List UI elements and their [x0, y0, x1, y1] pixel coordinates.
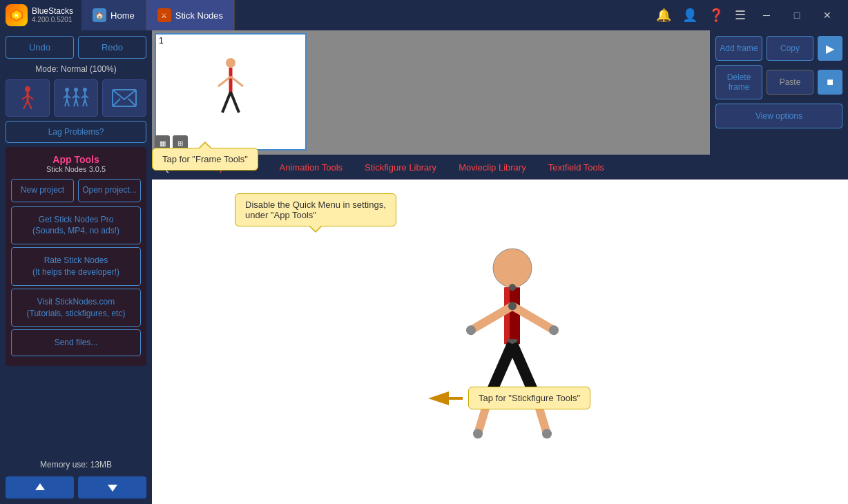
textfield-tools-tab[interactable]: Textfield Tools — [543, 159, 610, 175]
titlebar-icons: 🔔 👤 ❓ ☰ — [656, 8, 746, 23]
sticknodes-tab[interactable]: ⚔ Stick Nodes — [146, 0, 235, 30]
sidebar: Undo Redo Mode: Normal (100%) — [0, 30, 152, 504]
main-stickfigure[interactable] — [450, 247, 575, 457]
add-copy-row: Add frame Copy ▶ — [715, 36, 842, 61]
copy-button[interactable]: Copy — [767, 36, 813, 61]
scroll-up-button[interactable] — [6, 476, 74, 498]
new-project-button[interactable]: New project — [11, 179, 74, 202]
bell-icon[interactable]: 🔔 — [656, 8, 671, 23]
quick-menu-tooltip: Disable the Quick Menu in settings, unde… — [235, 193, 396, 226]
single-figure-icon — [18, 86, 37, 110]
svg-text:B: B — [15, 12, 19, 19]
delete-paste-row: Delete frame Paste ■ — [715, 65, 842, 99]
send-files-button[interactable]: Send files... — [11, 329, 141, 356]
app-tools-title: App Tools — [11, 154, 141, 165]
multi-figure-icon — [61, 86, 90, 110]
undo-redo-row: Undo Redo — [6, 36, 146, 59]
svg-line-29 — [128, 99, 136, 106]
up-arrow-icon — [35, 482, 46, 493]
frame-tools-tooltip: Tap for "Frame Tools" — [193, 134, 300, 157]
get-pro-button[interactable]: Get Stick Nodes Pro (Sounds, MP4, no ads… — [11, 206, 141, 245]
stickfigure-tools-tooltip: Tap for "Stickfigure Tools" — [468, 387, 590, 409]
svg-line-28 — [113, 99, 120, 106]
svg-line-37 — [231, 92, 239, 113]
frame-controls: Add frame Copy ▶ Delete frame Paste ■ Vi… — [710, 30, 848, 155]
lag-problems-button[interactable]: Lag Problems? — [6, 121, 146, 143]
svg-point-15 — [74, 88, 78, 92]
svg-point-56 — [508, 302, 517, 310]
envelope-button[interactable] — [102, 79, 146, 117]
svg-point-32 — [226, 58, 235, 68]
svg-line-36 — [222, 92, 231, 113]
home-tab[interactable]: 🏠 Home — [81, 0, 146, 30]
app-name-text: BlueStacks 4.200.0.5201 — [32, 6, 73, 24]
app-tools-version: Stick Nodes 3.0.5 — [11, 165, 141, 173]
svg-marker-31 — [108, 485, 117, 492]
svg-line-14 — [67, 99, 69, 106]
svg-marker-58 — [428, 391, 463, 405]
thumbnail-stickfigure — [210, 57, 251, 126]
stickfigure-tools-tooltip-container: Tap for "Stickfigure Tools" — [428, 387, 590, 409]
help-icon[interactable]: ❓ — [709, 8, 724, 23]
canvas-area[interactable]: Disable the Quick Menu in settings, unde… — [152, 180, 848, 504]
delete-frame-button[interactable]: Delete frame — [715, 65, 762, 99]
single-figure-button[interactable] — [6, 79, 50, 117]
movieclip-library-tab[interactable]: Movieclip Library — [453, 159, 532, 175]
tool-icon-row — [6, 79, 146, 117]
add-frame-button[interactable]: Add frame — [715, 36, 762, 61]
svg-point-57 — [509, 284, 516, 291]
main-layout: Undo Redo Mode: Normal (100%) — [0, 30, 848, 504]
svg-point-40 — [493, 249, 532, 287]
frame-number: 1 — [159, 36, 164, 46]
svg-line-8 — [28, 101, 32, 109]
play-button[interactable]: ▶ — [818, 36, 842, 61]
rate-button[interactable]: Rate Stick Nodes (It helps the developer… — [11, 247, 141, 286]
open-project-button[interactable]: Open project... — [78, 179, 141, 202]
stickfigure-library-tab[interactable]: Stickfigure Library — [359, 159, 442, 175]
sticknodes-icon: ⚔ — [157, 8, 171, 22]
svg-point-3 — [25, 86, 30, 92]
frame-thumbnail[interactable]: 1 — [155, 33, 307, 151]
bluestacks-logo-icon: B — [6, 4, 28, 26]
svg-point-45 — [466, 325, 476, 335]
maximize-button[interactable]: □ — [782, 0, 812, 30]
redo-button[interactable]: Redo — [78, 36, 146, 59]
minimize-button[interactable]: ─ — [751, 0, 782, 30]
close-button[interactable]: ✕ — [812, 0, 842, 30]
down-arrow-icon — [107, 482, 118, 493]
window-controls: ─ □ ✕ — [751, 0, 842, 30]
app-logo: B BlueStacks 4.200.0.5201 — [6, 4, 73, 26]
stickfigure-arrow-icon — [428, 391, 463, 405]
multi-figure-button[interactable] — [54, 79, 98, 117]
paste-button[interactable]: Paste — [767, 70, 813, 95]
undo-button[interactable]: Undo — [6, 36, 74, 59]
titlebar: B BlueStacks 4.200.0.5201 🏠 Home ⚔ Stick… — [0, 0, 848, 30]
app-tools-section: App Tools Stick Nodes 3.0.5 New project … — [6, 147, 146, 366]
svg-marker-30 — [35, 483, 45, 490]
right-panel: 1 — [152, 30, 848, 504]
home-icon: 🏠 — [93, 8, 106, 22]
svg-point-54 — [473, 429, 483, 438]
svg-point-9 — [65, 88, 69, 92]
visit-button[interactable]: Visit StickNodes.com (Tutorials, stickfi… — [11, 289, 141, 327]
envelope-icon — [112, 88, 137, 108]
memory-display: Memory use: 13MB — [6, 460, 146, 469]
animation-tools-tab[interactable]: Animation Tools — [274, 159, 349, 175]
frame-nav-button[interactable]: ■ — [818, 70, 842, 95]
user-icon[interactable]: 👤 — [682, 8, 697, 23]
svg-point-21 — [83, 88, 87, 92]
svg-line-26 — [85, 99, 87, 106]
svg-line-35 — [231, 77, 243, 86]
mode-display: Mode: Normal (100%) — [6, 63, 146, 75]
svg-line-7 — [23, 101, 28, 109]
scroll-arrow-row — [6, 476, 146, 498]
svg-point-46 — [549, 325, 559, 335]
view-options-button[interactable]: View options — [715, 104, 842, 128]
stickfigure-svg — [450, 247, 575, 454]
menu-icon[interactable]: ☰ — [735, 8, 746, 23]
svg-line-34 — [218, 77, 231, 86]
svg-point-55 — [542, 429, 552, 438]
project-row: New project Open project... — [11, 179, 141, 202]
scroll-down-button[interactable] — [78, 476, 146, 498]
svg-line-20 — [76, 99, 78, 106]
